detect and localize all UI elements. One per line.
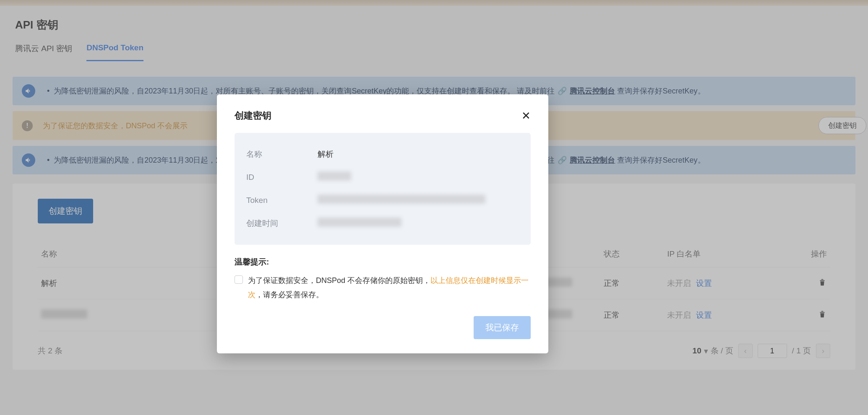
modal-title: 创建密钥 xyxy=(235,109,271,122)
key-info-panel: 名称 解析 ID Token 创建时间 xyxy=(235,133,531,245)
field-name-value: 解析 xyxy=(318,149,334,160)
tips-section: 温馨提示: 为了保证数据安全，DNSPod 不会存储你的原始密钥，以上信息仅在创… xyxy=(235,257,531,302)
tips-checkbox[interactable] xyxy=(235,275,243,284)
close-icon[interactable]: ✕ xyxy=(521,110,531,121)
field-created-label: 创建时间 xyxy=(246,218,318,229)
tips-text: 为了保证数据安全，DNSPod 不会存储你的原始密钥，以上信息仅在创建时候显示一… xyxy=(248,273,531,302)
field-name-label: 名称 xyxy=(246,149,318,160)
create-key-modal: 创建密钥 ✕ 名称 解析 ID Token 创建时间 温馨提示: 为了保证数据安… xyxy=(217,94,548,353)
field-id-label: ID xyxy=(246,173,318,182)
field-token-value xyxy=(318,195,485,206)
tips-heading: 温馨提示: xyxy=(235,257,531,267)
field-token-label: Token xyxy=(246,196,318,205)
saved-button[interactable]: 我已保存 xyxy=(474,316,531,339)
field-id-value xyxy=(318,171,351,183)
field-created-value xyxy=(318,218,401,229)
